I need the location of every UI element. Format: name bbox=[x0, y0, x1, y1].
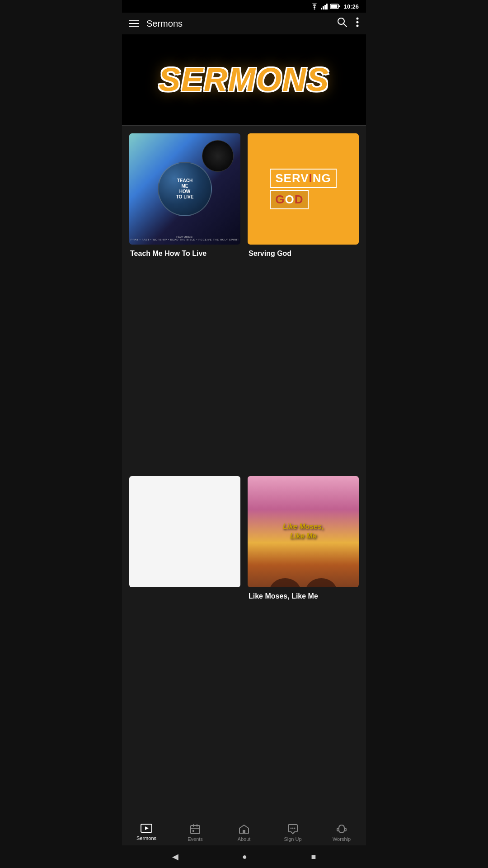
sermon-thumbnail-moses: Like Moses,Like Me bbox=[248, 476, 359, 587]
home-button[interactable]: ● bbox=[242, 852, 247, 862]
sermons-nav-icon bbox=[141, 824, 152, 834]
status-time: 10:26 bbox=[344, 3, 359, 10]
hero-title: SERMONS bbox=[159, 61, 329, 98]
sermon-thumbnail-teach: TEACHMEHOWTO LIVE FEATURES:PRAY • FAST •… bbox=[129, 133, 240, 245]
nav-item-sermons[interactable]: Sermons bbox=[122, 824, 171, 842]
battery-icon bbox=[330, 4, 340, 9]
signal-icon bbox=[321, 3, 328, 9]
sermon-grid: TEACHMEHOWTO LIVE FEATURES:PRAY • FAST •… bbox=[122, 126, 366, 819]
svg-point-11 bbox=[357, 21, 359, 24]
svg-point-13 bbox=[269, 578, 301, 587]
nav-item-events[interactable]: Events bbox=[171, 824, 220, 842]
serving-line-2: GOD bbox=[270, 190, 309, 209]
sermon-title-teach: Teach Me How To Live bbox=[129, 249, 240, 259]
svg-rect-2 bbox=[323, 6, 324, 9]
sermon-card-teach[interactable]: TEACHMEHOWTO LIVE FEATURES:PRAY • FAST •… bbox=[129, 133, 240, 469]
back-button[interactable]: ◀ bbox=[172, 852, 178, 862]
status-bar: 10:26 bbox=[122, 0, 366, 13]
serving-text-box: SERVING GOD bbox=[270, 169, 337, 209]
svg-point-12 bbox=[357, 25, 359, 27]
god-word: GOD bbox=[275, 193, 303, 206]
vinyl-text: TEACHMEHOWTO LIVE bbox=[176, 178, 194, 200]
teach-features: FEATURES:PRAY • FAST • WORSHIP • READ TH… bbox=[129, 236, 240, 241]
moses-silhouette bbox=[248, 569, 359, 587]
svg-line-9 bbox=[344, 24, 347, 27]
about-nav-icon bbox=[239, 824, 249, 835]
events-nav-icon bbox=[190, 824, 201, 835]
svg-point-10 bbox=[357, 18, 359, 20]
sermon-card-serving[interactable]: SERVING GOD Serving God bbox=[248, 133, 359, 469]
top-bar-left: Sermons bbox=[129, 19, 183, 29]
serving-line-1: SERVING bbox=[270, 169, 337, 188]
sermon-thumbnail-blank bbox=[129, 476, 240, 587]
recent-button[interactable]: ■ bbox=[311, 852, 316, 862]
svg-marker-16 bbox=[145, 826, 149, 830]
svg-point-24 bbox=[292, 828, 294, 829]
svg-rect-1 bbox=[321, 8, 322, 9]
svg-point-14 bbox=[305, 578, 337, 587]
signup-nav-icon bbox=[287, 824, 298, 835]
bottom-nav: Sermons Events About Sign Up bbox=[122, 819, 366, 845]
svg-rect-3 bbox=[324, 5, 326, 9]
wifi-icon bbox=[310, 3, 319, 9]
moses-text: Like Moses,Like Me bbox=[278, 518, 328, 546]
svg-rect-17 bbox=[191, 826, 200, 834]
svg-rect-7 bbox=[331, 5, 337, 8]
menu-button[interactable] bbox=[129, 20, 139, 27]
worship-nav-label: Worship bbox=[333, 836, 351, 842]
svg-rect-4 bbox=[326, 4, 328, 9]
search-icon[interactable] bbox=[337, 17, 347, 30]
svg-point-23 bbox=[291, 828, 292, 829]
vinyl-record bbox=[202, 140, 234, 172]
svg-point-0 bbox=[314, 9, 315, 10]
top-bar: Sermons bbox=[122, 13, 366, 34]
page-title: Sermons bbox=[146, 19, 183, 29]
about-nav-label: About bbox=[238, 836, 251, 842]
nav-item-about[interactable]: About bbox=[220, 824, 268, 842]
svg-rect-6 bbox=[338, 5, 340, 7]
sermon-card-blank[interactable] bbox=[129, 476, 240, 811]
system-bar: ◀ ● ■ bbox=[122, 845, 366, 868]
svg-point-25 bbox=[294, 828, 296, 829]
hero-banner: SERMONS bbox=[122, 34, 366, 125]
events-nav-label: Events bbox=[188, 836, 203, 842]
sermon-card-moses[interactable]: Like Moses,Like Me Like Moses, Like Me bbox=[248, 476, 359, 811]
sermon-title-serving: Serving God bbox=[248, 249, 359, 259]
sermon-title-moses: Like Moses, Like Me bbox=[248, 592, 359, 601]
vinyl-circle: TEACHMEHOWTO LIVE bbox=[158, 162, 212, 216]
sermons-nav-label: Sermons bbox=[136, 835, 156, 841]
svg-rect-22 bbox=[243, 830, 245, 833]
top-bar-right bbox=[337, 17, 359, 30]
nav-item-worship[interactable]: Worship bbox=[317, 824, 366, 842]
more-options-icon[interactable] bbox=[356, 17, 359, 30]
nav-item-signup[interactable]: Sign Up bbox=[268, 824, 317, 842]
status-icons bbox=[310, 3, 340, 9]
worship-nav-icon bbox=[336, 824, 347, 835]
svg-rect-21 bbox=[192, 830, 194, 832]
serving-word: SERVING bbox=[275, 171, 331, 185]
sermon-thumbnail-serving: SERVING GOD bbox=[248, 133, 359, 245]
signup-nav-label: Sign Up bbox=[284, 836, 301, 842]
